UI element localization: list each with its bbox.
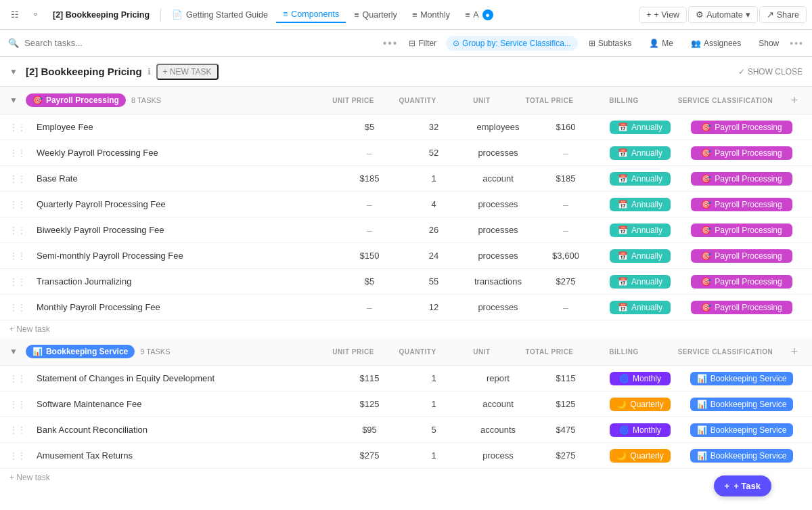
row-billing[interactable]: 📅Annually — [600, 301, 681, 314]
tab-components[interactable]: ≡ Components — [276, 7, 346, 23]
billing-badge[interactable]: 📅Annually — [610, 275, 671, 289]
billing-badge[interactable]: 🌀Monthly — [610, 423, 671, 437]
row-billing[interactable]: 📅Annually — [600, 121, 681, 134]
drag-handle-icon[interactable]: ⋮⋮ — [9, 451, 26, 461]
row-billing[interactable]: 📅Annually — [600, 224, 681, 237]
billing-badge[interactable]: 🌀Monthly — [610, 372, 671, 385]
service-badge[interactable]: 🎯Payroll Processing — [691, 249, 792, 263]
row-task-name[interactable]: Transaction Journalizing — [37, 276, 131, 286]
row-service-classification[interactable]: 🎯Payroll Processing — [681, 249, 803, 263]
drag-handle-icon[interactable]: ⋮⋮ — [9, 400, 26, 409]
row-service-classification[interactable]: 🎯Payroll Processing — [681, 224, 803, 237]
row-service-classification[interactable]: 🎯Payroll Processing — [681, 301, 803, 314]
row-task-name[interactable]: Quarterly Payroll Processing Fee — [37, 199, 166, 209]
row-billing[interactable]: 🌙Quarterly — [600, 398, 681, 411]
page-title-tab[interactable]: [2] Bookkeeping Pricing — [46, 7, 156, 22]
view-button[interactable]: + + View — [639, 7, 687, 23]
service-badge[interactable]: 📊Bookkeeping Service — [690, 398, 794, 411]
automate-button[interactable]: ⚙ Automate ▾ — [688, 6, 758, 23]
row-task-name[interactable]: Bank Account Reconciliation — [37, 425, 148, 435]
chevron-bookkeeping[interactable]: ▼ — [9, 347, 18, 356]
chevron-payroll[interactable]: ▼ — [9, 95, 18, 105]
add-col-button-payroll[interactable]: + — [786, 92, 803, 108]
sidebar-toggle[interactable]: ☷ — [5, 5, 24, 24]
subtasks-button[interactable]: ⊞ Subtasks — [582, 36, 638, 51]
row-billing[interactable]: 🌀Monthly — [600, 372, 681, 385]
new-task-row-bookkeeping[interactable]: + New task — [0, 469, 812, 486]
service-badge[interactable]: 🎯Payroll Processing — [691, 275, 792, 289]
group-tag-payroll[interactable]: 🎯Payroll Processing — [26, 93, 126, 107]
tab-getting-started[interactable]: 📄 Getting Started Guide — [165, 7, 275, 22]
row-task-name[interactable]: Statement of Changes in Equity Developme… — [37, 373, 215, 383]
row-service-classification[interactable]: 🎯Payroll Processing — [681, 172, 803, 186]
new-task-button[interactable]: + NEW TASK — [156, 64, 219, 80]
billing-badge[interactable]: 🌙Quarterly — [610, 398, 671, 411]
drag-handle-icon[interactable]: ⋮⋮ — [9, 374, 26, 383]
row-task-name[interactable]: Biweekly Payroll Processing Fee — [37, 225, 164, 235]
row-task-name[interactable]: Monthly Payroll Processing Fee — [37, 302, 160, 312]
service-badge[interactable]: 🎯Payroll Processing — [691, 301, 792, 314]
service-badge[interactable]: 🎯Payroll Processing — [691, 146, 792, 160]
new-task-row-payroll[interactable]: + New task — [0, 320, 812, 338]
row-service-classification[interactable]: 🎯Payroll Processing — [681, 198, 803, 211]
row-task-name[interactable]: Amusement Tax Returns — [37, 450, 133, 461]
row-task-name[interactable]: Weekly Payroll Processing Fee — [37, 148, 158, 158]
row-billing[interactable]: 🌙Quarterly — [600, 449, 681, 463]
billing-badge[interactable]: 📅Annually — [610, 301, 671, 314]
billing-badge[interactable]: 📅Annually — [610, 249, 671, 263]
row-billing[interactable]: 📅Annually — [600, 249, 681, 263]
billing-badge[interactable]: 📅Annually — [610, 198, 671, 211]
row-service-classification[interactable]: 🎯Payroll Processing — [681, 275, 803, 289]
plus-task-fixed-button[interactable]: + + Task — [714, 475, 771, 496]
drag-handle-icon[interactable]: ⋮⋮ — [9, 303, 26, 312]
collapse-all-icon[interactable]: ▼ — [9, 67, 18, 77]
service-badge[interactable]: 🎯Payroll Processing — [691, 224, 792, 237]
group-tag-bookkeeping[interactable]: 📊Bookkeeping Service — [26, 345, 135, 358]
row-billing[interactable]: 📅Annually — [600, 198, 681, 211]
filter-button[interactable]: ⊟ Filter — [403, 36, 442, 51]
drag-handle-icon[interactable]: ⋮⋮ — [9, 277, 26, 286]
add-col-button-bookkeeping[interactable]: + — [786, 343, 803, 360]
service-badge[interactable]: 🎯Payroll Processing — [691, 121, 792, 134]
drag-handle-icon[interactable]: ⋮⋮ — [9, 148, 26, 158]
show-button[interactable]: Show — [752, 36, 786, 51]
row-service-classification[interactable]: 🎯Payroll Processing — [681, 121, 803, 134]
service-badge[interactable]: 📊Bookkeeping Service — [690, 372, 794, 385]
billing-badge[interactable]: 🌙Quarterly — [610, 449, 671, 463]
drag-handle-icon[interactable]: ⋮⋮ — [9, 226, 26, 235]
service-badge[interactable]: 📊Bookkeeping Service — [690, 449, 794, 463]
drag-handle-icon[interactable]: ⋮⋮ — [9, 425, 26, 435]
row-task-name[interactable]: Software Maintenance Fee — [37, 399, 141, 409]
row-service-classification[interactable]: 📊Bookkeeping Service — [681, 423, 803, 437]
assignees-button[interactable]: 👥 Assignees — [684, 36, 748, 51]
share-button[interactable]: ↗ Share — [759, 6, 807, 23]
more-options-icon[interactable]: ••• — [383, 37, 399, 49]
drag-handle-icon[interactable]: ⋮⋮ — [9, 251, 26, 261]
billing-badge[interactable]: 📅Annually — [610, 172, 671, 186]
row-billing[interactable]: 📅Annually — [600, 146, 681, 160]
row-task-name[interactable]: Employee Fee — [37, 122, 93, 132]
row-billing[interactable]: 📅Annually — [600, 172, 681, 186]
row-service-classification[interactable]: 📊Bookkeeping Service — [681, 449, 803, 463]
tab-a[interactable]: ≡ A ● — [458, 7, 500, 23]
row-service-classification[interactable]: 📊Bookkeeping Service — [681, 398, 803, 411]
billing-badge[interactable]: 📅Annually — [610, 224, 671, 237]
drag-handle-icon[interactable]: ⋮⋮ — [9, 200, 26, 209]
show-close-button[interactable]: ✓ SHOW CLOSE — [738, 67, 803, 77]
tab-quarterly[interactable]: ≡ Quarterly — [347, 7, 404, 22]
billing-badge[interactable]: 📅Annually — [610, 146, 671, 160]
row-service-classification[interactable]: 🎯Payroll Processing — [681, 146, 803, 160]
group-by-button[interactable]: ⊙ Group by: Service Classifica... — [446, 36, 578, 51]
app-icon[interactable]: ⚬ — [26, 5, 45, 24]
info-icon[interactable]: ℹ — [148, 66, 151, 77]
drag-handle-icon[interactable]: ⋮⋮ — [9, 174, 26, 184]
row-billing[interactable]: 🌀Monthly — [600, 423, 681, 437]
me-button[interactable]: 👤 Me — [642, 36, 680, 51]
row-task-name[interactable]: Semi-monthly Payroll Processing Fee — [37, 251, 183, 261]
row-service-classification[interactable]: 📊Bookkeeping Service — [681, 372, 803, 385]
search-input[interactable] — [24, 38, 378, 48]
row-billing[interactable]: 📅Annually — [600, 275, 681, 289]
service-badge[interactable]: 🎯Payroll Processing — [691, 172, 792, 186]
drag-handle-icon[interactable]: ⋮⋮ — [9, 123, 26, 132]
row-task-name[interactable]: Base Rate — [37, 173, 78, 184]
